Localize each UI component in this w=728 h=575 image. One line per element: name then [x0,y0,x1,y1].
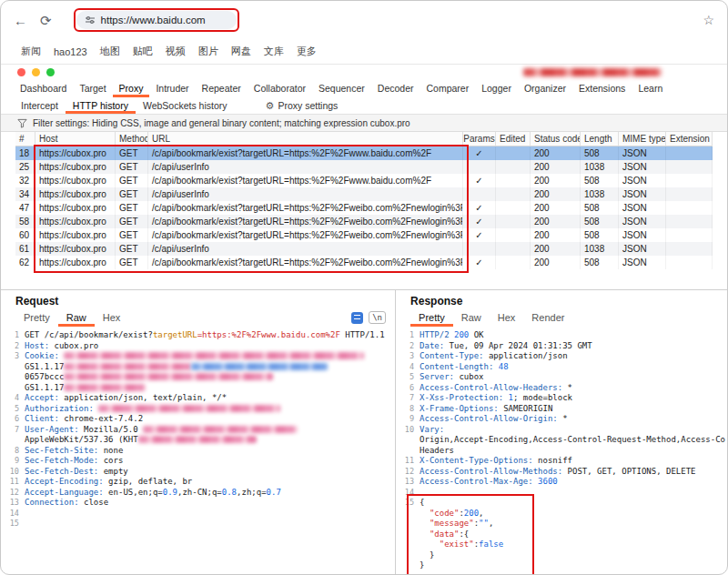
response-editor[interactable]: 1HTTP/2 200 OK2Date: Tue, 09 Apr 2024 01… [396,327,727,575]
tab-intercept[interactable]: Intercept [14,97,66,114]
tab-collaborator[interactable]: Collaborator [248,80,312,97]
tab-decoder[interactable]: Decoder [371,80,420,97]
tab-proxy[interactable]: Proxy [113,80,150,97]
line-number [5,383,19,394]
cell-status: 200 [531,256,581,269]
redacted-text [64,373,273,380]
code-line: 6Access-Control-Allow-Headers: * [399,383,725,394]
tab-comparer[interactable]: Comparer [420,80,476,97]
bookmark-item--[interactable]: 更多 [297,45,317,58]
table-row[interactable]: 32https://cubox.proGET/c/api/bookmark/ex… [15,174,713,187]
line-number: 7 [399,393,414,404]
column-header--[interactable]: # [15,132,35,146]
tab-intruder[interactable]: Intruder [149,80,195,97]
line-number: 11 [399,456,414,467]
code-line: 15{ [399,498,725,509]
table-row[interactable]: 61https://cubox.proGET/c/api/userInfo200… [15,242,713,256]
cell-url: /c/api/userInfo [148,160,463,174]
bookmark-item--[interactable]: 网盘 [231,45,251,58]
tab-learn[interactable]: Learn [632,80,669,97]
browser-toolbar: ← ⟳ https://www.baidu.com ☆ [1,1,727,39]
code-line: 0657bccc [5,372,393,383]
tab-organizer[interactable]: Organizer [518,80,572,97]
code-line: 9Sec-Fetch-Mode: cors [5,456,393,467]
tab-raw[interactable]: Raw [453,308,490,327]
tab-hex[interactable]: Hex [490,308,524,327]
column-header-method[interactable]: Method [116,132,148,146]
tab-hex[interactable]: Hex [95,308,129,327]
table-row[interactable]: 25https://cubox.proGET/c/api/userInfo200… [15,160,713,174]
code-line: 4Content-Length: 48 [399,362,725,373]
tab-dashboard[interactable]: Dashboard [14,80,73,97]
cell-edited [496,160,531,174]
cell-url: /c/api/userInfo [148,187,463,201]
response-panel: Response PrettyRawHexRender 1HTTP/2 200 … [396,290,727,575]
column-header-length[interactable]: Length [581,132,619,146]
close-window-button[interactable] [17,68,25,76]
bookmark-item-hao123[interactable]: hao123 [54,46,87,57]
bookmark-item--[interactable]: 文库 [264,45,284,58]
code-line: 13Connection: close [5,498,393,509]
table-row[interactable]: 34https://cubox.proGET/c/api/userInfo200… [15,187,713,201]
tab-pretty[interactable]: Pretty [15,308,58,327]
cell-status: 200 [531,242,581,256]
editor-menu-icon[interactable] [351,312,363,324]
line-number: 6 [5,414,19,425]
tab-raw[interactable]: Raw [58,308,95,327]
line-number: 15 [399,498,414,509]
column-header-params[interactable]: Params [463,132,496,146]
column-header-url[interactable]: URL [148,132,463,146]
tab-sequencer[interactable]: Sequencer [312,80,371,97]
table-row[interactable]: 47https://cubox.proGET/c/api/bookmark/ex… [15,201,713,215]
url-bar[interactable]: https://www.baidu.com [76,11,237,29]
table-row[interactable]: 18https://cubox.proGET/c/api/bookmark/ex… [15,146,713,160]
reload-icon[interactable]: ⟳ [40,14,52,27]
maximize-window-button[interactable] [46,68,55,76]
line-number [399,550,414,561]
tab-target[interactable]: Target [73,80,112,97]
tab-extensions[interactable]: Extensions [572,80,632,97]
browser-window: ← ⟳ https://www.baidu.com ☆ 新闻hao123地图贴吧… [0,0,728,575]
column-header-mime-type[interactable]: MIME type [619,132,666,146]
table-row[interactable]: 60https://cubox.proGET/c/api/bookmark/ex… [15,228,713,242]
cell-ext [666,174,713,187]
annotation-url-box: https://www.baidu.com [74,8,239,32]
tab-http-history[interactable]: HTTP history [66,97,136,114]
table-row[interactable]: 58https://cubox.proGET/c/api/bookmark/ex… [15,215,713,228]
bookmark-star-icon[interactable]: ☆ [703,14,714,26]
bookmark-item--[interactable]: 地图 [100,45,120,58]
column-header-edited[interactable]: Edited [496,132,531,146]
cell-status: 200 [531,215,581,228]
column-header-extension[interactable]: Extension [666,132,713,146]
code-line: 14 [5,509,393,520]
column-header-status-code[interactable]: Status code [531,132,581,146]
newline-toggle[interactable]: \n [369,311,386,324]
tab-websockets-history[interactable]: WebSockets history [136,97,235,114]
tab-render[interactable]: Render [523,308,572,327]
column-header-host[interactable]: Host [35,132,116,146]
request-editor[interactable]: 1GET /c/api/bookmark/exist?targetURL=htt… [1,327,395,575]
cell-mime: JSON [619,201,666,215]
bookmark-item--[interactable]: 视频 [166,45,186,58]
cell-length: 1038 [581,187,619,201]
bookmark-item--[interactable]: 图片 [198,45,218,58]
cell-params: ✓ [463,256,496,269]
code-line: 15 [5,519,393,530]
tab-repeater[interactable]: Repeater [196,80,248,97]
line-number: 13 [399,477,414,488]
tab-logger[interactable]: Logger [475,80,518,97]
bookmark-item--[interactable]: 贴吧 [133,45,153,58]
tab-proxy-settings[interactable]: ⚙ Proxy settings [266,97,339,114]
cell-params: ✓ [463,174,496,187]
back-icon[interactable]: ← [14,14,27,27]
code-line: 10Vary: [399,425,725,436]
cell-edited [496,256,531,269]
bookmark-item--[interactable]: 新闻 [21,45,41,58]
code-line: "code":200, [399,509,725,520]
table-row[interactable]: 62https://cubox.proGET/c/api/bookmark/ex… [15,256,713,269]
minimize-window-button[interactable] [32,68,40,76]
cell-length: 508 [581,256,619,269]
tab-pretty[interactable]: Pretty [410,308,453,327]
cell-host: https://cubox.pro [35,146,116,160]
filter-settings-bar[interactable]: Filter settings: Hiding CSS, image and g… [1,115,727,132]
